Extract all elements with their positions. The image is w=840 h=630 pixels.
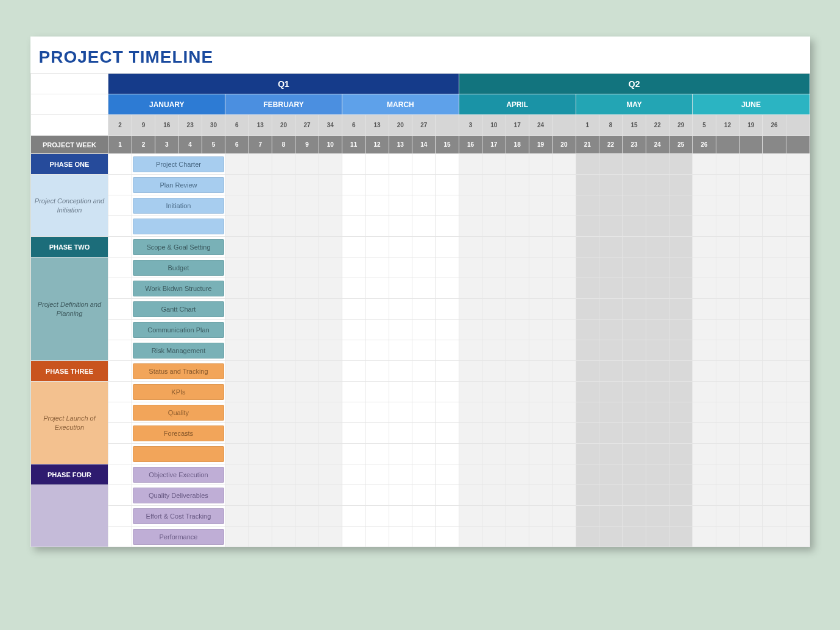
day-cell[interactable]: 20 xyxy=(389,115,412,136)
day-cell[interactable]: 29 xyxy=(669,115,693,136)
week-cell[interactable]: 14 xyxy=(412,136,436,154)
week-cell[interactable]: 6 xyxy=(225,136,249,154)
month-feb[interactable]: FEBRUARY xyxy=(225,94,342,115)
week-cell[interactable]: 1 xyxy=(108,136,132,154)
day-cell[interactable]: 23 xyxy=(178,115,202,136)
day-cell[interactable]: 26 xyxy=(763,115,786,136)
day-cell[interactable]: 19 xyxy=(739,115,763,136)
week-cell[interactable]: 4 xyxy=(178,136,202,154)
day-cell[interactable]: 30 xyxy=(202,115,225,136)
day-cell[interactable] xyxy=(786,115,810,136)
task-bar[interactable]: Forecasts xyxy=(132,423,225,444)
day-cell[interactable] xyxy=(552,115,576,136)
day-cell[interactable]: 6 xyxy=(225,115,249,136)
task-bar[interactable]: Objective Execution xyxy=(132,464,225,485)
task-bar[interactable]: Plan Review xyxy=(132,175,225,195)
phase-two-row: Project Definition and Planning Budget xyxy=(30,257,810,278)
day-cell[interactable]: 3 xyxy=(459,115,482,136)
week-cell[interactable]: 23 xyxy=(623,136,646,154)
phase-four-header[interactable]: PHASE FOUR xyxy=(30,464,108,485)
task-bar[interactable]: Communication Plan xyxy=(132,320,225,340)
phase-one-header[interactable]: PHASE ONE xyxy=(30,154,108,175)
day-cell[interactable]: 10 xyxy=(482,115,506,136)
task-bar[interactable]: Effort & Cost Tracking xyxy=(132,506,225,527)
day-cell[interactable]: 17 xyxy=(506,115,529,136)
day-cell[interactable]: 1 xyxy=(576,115,599,136)
day-cell[interactable]: 27 xyxy=(412,115,436,136)
day-cell[interactable]: 9 xyxy=(132,115,155,136)
task-bar[interactable]: Quality xyxy=(132,402,225,423)
day-cell[interactable]: 15 xyxy=(623,115,646,136)
phase-two-row: Communication Plan xyxy=(30,320,810,340)
day-cell[interactable]: 5 xyxy=(693,115,716,136)
page-title: PROJECT TIMELINE xyxy=(30,37,810,73)
week-cell[interactable]: 12 xyxy=(365,136,389,154)
task-bar[interactable]: Status and Tracking xyxy=(132,361,225,382)
month-apr[interactable]: APRIL xyxy=(459,94,576,115)
days-row: 2 9 16 23 30 6 13 20 27 34 6 13 20 27 3 … xyxy=(30,115,810,136)
day-cell[interactable]: 8 xyxy=(599,115,622,136)
day-cell[interactable]: 24 xyxy=(529,115,552,136)
week-cell[interactable]: 19 xyxy=(529,136,552,154)
day-cell[interactable] xyxy=(436,115,459,136)
day-cell[interactable]: 13 xyxy=(365,115,389,136)
phase-two-body: Project Definition and Planning xyxy=(30,257,108,361)
week-cell[interactable] xyxy=(739,136,763,154)
week-cell[interactable]: 3 xyxy=(155,136,178,154)
day-cell[interactable]: 12 xyxy=(716,115,739,136)
phase-three-header[interactable]: PHASE THREE xyxy=(30,361,108,382)
quarter-q2[interactable]: Q2 xyxy=(459,74,810,94)
day-cell[interactable]: 16 xyxy=(155,115,178,136)
task-bar[interactable]: Budget xyxy=(132,257,225,278)
phase-three-header-row: PHASE THREE Status and Tracking xyxy=(30,361,810,382)
task-bar[interactable] xyxy=(132,216,225,237)
phase-four-row: Effort & Cost Tracking xyxy=(30,506,810,527)
week-cell[interactable]: 20 xyxy=(552,136,576,154)
task-bar[interactable]: Work Bkdwn Structure xyxy=(132,278,225,299)
week-cell[interactable]: 22 xyxy=(599,136,622,154)
day-cell[interactable]: 20 xyxy=(272,115,295,136)
month-may[interactable]: MAY xyxy=(576,94,693,115)
week-cell[interactable]: 17 xyxy=(482,136,506,154)
week-cell[interactable]: 13 xyxy=(389,136,412,154)
task-bar[interactable]: Gantt Chart xyxy=(132,299,225,320)
day-cell[interactable]: 13 xyxy=(249,115,272,136)
week-cell[interactable]: 9 xyxy=(295,136,319,154)
week-cell[interactable]: 10 xyxy=(319,136,342,154)
week-cell[interactable]: 15 xyxy=(436,136,459,154)
task-bar[interactable]: Initiation xyxy=(132,195,225,216)
week-cell[interactable] xyxy=(786,136,810,154)
week-cell[interactable]: 16 xyxy=(459,136,482,154)
phase-three-row: Quality xyxy=(30,402,810,423)
task-bar[interactable] xyxy=(132,444,225,464)
month-mar[interactable]: MARCH xyxy=(342,94,459,115)
task-bar[interactable]: Risk Management xyxy=(132,340,225,361)
week-cell[interactable]: 2 xyxy=(132,136,155,154)
day-cell[interactable]: 6 xyxy=(342,115,365,136)
day-cell[interactable]: 22 xyxy=(646,115,669,136)
week-cell[interactable]: 26 xyxy=(693,136,716,154)
week-cell[interactable]: 24 xyxy=(646,136,669,154)
task-bar[interactable]: Project Charter xyxy=(132,154,225,175)
task-bar[interactable]: Performance xyxy=(132,527,225,547)
task-bar[interactable]: Scope & Goal Setting xyxy=(132,237,225,257)
day-cell[interactable]: 2 xyxy=(108,115,132,136)
week-cell[interactable]: 25 xyxy=(669,136,693,154)
week-cell[interactable] xyxy=(763,136,786,154)
week-cell[interactable]: 11 xyxy=(342,136,365,154)
day-cell[interactable]: 34 xyxy=(319,115,342,136)
week-cell[interactable]: 18 xyxy=(506,136,529,154)
phase-two-header[interactable]: PHASE TWO xyxy=(30,237,108,257)
week-cell[interactable]: 8 xyxy=(272,136,295,154)
week-cell[interactable] xyxy=(716,136,739,154)
day-cell[interactable]: 27 xyxy=(295,115,319,136)
week-cell[interactable]: 5 xyxy=(202,136,225,154)
week-cell[interactable]: 7 xyxy=(249,136,272,154)
month-jun[interactable]: JUNE xyxy=(693,94,810,115)
phase-two-row: Risk Management xyxy=(30,340,810,361)
task-bar[interactable]: KPIs xyxy=(132,382,225,402)
quarter-q1[interactable]: Q1 xyxy=(108,74,459,94)
month-jan[interactable]: JANUARY xyxy=(108,94,225,115)
week-cell[interactable]: 21 xyxy=(576,136,599,154)
task-bar[interactable]: Quality Deliverables xyxy=(132,485,225,506)
